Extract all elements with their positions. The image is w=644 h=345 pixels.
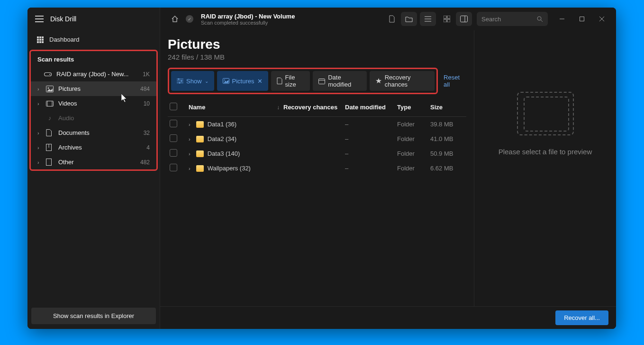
app-title: Disk Drill [50,15,76,23]
column-size[interactable]: Size [428,104,466,111]
sidebar-item-videos[interactable]: › Videos 10 [31,96,156,111]
sidebar-item-dashboard[interactable]: Dashboard [27,30,160,49]
sidebar-item-audio[interactable]: ♪ Audio [31,111,156,125]
grid-view-icon[interactable] [439,12,455,26]
row-size: 50.9 MB [428,150,466,157]
chevron-right-icon[interactable]: › [189,166,190,171]
maximize-button[interactable] [572,12,591,26]
chevron-right-icon[interactable]: › [189,151,190,157]
svg-rect-16 [447,19,450,22]
filter-highlight: Show ⌄ Pictures ✕ [168,68,438,94]
filter-file-size[interactable]: File size [271,71,310,91]
app-window: Disk Drill Dashboard Scan results RAID a… [27,8,616,329]
chevron-down-icon: ⌄ [205,79,209,84]
volume-title: RAID array (Jbod) - New Volume [201,13,380,20]
svg-rect-14 [447,16,450,18]
table-header: Name ↓ Recovery chances Date modified Ty… [168,99,466,117]
home-icon[interactable] [168,12,182,26]
file-view-icon[interactable] [384,12,400,26]
column-type[interactable]: Type [395,104,428,111]
filter-recovery-chances[interactable]: Recovery chances [370,71,435,91]
svg-point-29 [181,80,182,82]
svg-point-1 [49,74,50,75]
sidebar-item-other[interactable]: › Other 482 [31,155,156,169]
preview-text: Please select a file to preview [499,147,592,158]
row-type: Folder [395,121,428,128]
search-placeholder: Search [481,16,534,23]
menu-icon[interactable] [35,16,44,22]
remove-filter-icon[interactable]: ✕ [257,78,263,85]
filter-date-modified[interactable]: Date modified [313,71,367,91]
chevron-right-icon: › [37,101,41,106]
raid-label: RAID array (Jbod) - New... [56,71,138,78]
sidebar-header: Disk Drill [27,8,160,30]
title-block: RAID array (Jbod) - New Volume Scan comp… [197,13,380,26]
other-icon [46,159,54,166]
row-date: – [343,150,395,157]
table-row[interactable]: › Data3 (140) – Folder 50.9 MB [168,146,466,161]
table-row[interactable]: › Data2 (34) – Folder 41.0 MB [168,132,466,146]
svg-point-28 [178,79,180,80]
filter-pictures[interactable]: Pictures ✕ [217,71,268,91]
calendar-icon [318,78,325,84]
svg-rect-13 [444,16,446,18]
sidebar-item-raid[interactable]: RAID array (Jbod) - New... 1K [31,67,156,81]
close-button[interactable] [592,12,611,26]
main-area: ✓ RAID array (Jbod) - New Volume Scan co… [160,8,616,329]
folder-icon [196,150,204,157]
minimize-button[interactable] [553,12,571,26]
svg-rect-17 [461,16,468,22]
list-view-icon[interactable] [420,12,436,26]
row-name-cell: › Wallpapers (32) [187,165,281,172]
row-date: – [343,121,395,128]
row-size: 41.0 MB [428,135,466,142]
row-checkbox[interactable] [170,120,177,127]
page-subtitle: 242 files / 138 MB [168,53,466,61]
video-icon [46,101,54,106]
sidebar-item-pictures[interactable]: › Pictures 484 [31,81,156,96]
chevron-right-icon[interactable]: › [189,122,190,127]
chevron-right-icon: › [37,130,41,136]
search-input[interactable]: Search [477,12,548,26]
reset-all-link[interactable]: Reset all [444,74,466,88]
column-date[interactable]: Date modified [343,104,395,111]
filter-bar: Show ⌄ Pictures ✕ [168,68,466,94]
chevron-right-icon: › [37,145,41,150]
star-icon [375,78,382,84]
chevron-right-icon[interactable]: › [189,136,190,142]
preview-panel: Please select a file to preview [474,30,616,306]
folder-icon [196,121,204,128]
row-checkbox[interactable] [170,134,177,142]
titlebar: ✓ RAID array (Jbod) - New Volume Scan co… [160,8,616,30]
recover-all-button[interactable]: Recover all... [555,310,608,325]
row-checkbox[interactable] [170,149,177,157]
panel-toggle-icon[interactable] [456,12,472,26]
scan-status: Scan completed successfully [201,20,380,26]
svg-point-3 [48,87,49,88]
column-recovery[interactable]: Recovery chances [281,104,343,111]
svg-line-20 [541,20,543,22]
image-icon [223,78,229,84]
disk-icon [44,71,52,77]
archive-icon [46,144,54,151]
music-icon: ♪ [46,115,54,122]
file-listing: Pictures 242 files / 138 MB Show ⌄ [160,30,474,306]
folder-view-icon[interactable] [401,12,417,26]
row-type: Folder [395,165,428,172]
raid-count: 1K [143,71,150,78]
show-in-explorer-button[interactable]: Show scan results in Explorer [31,308,156,324]
sidebar-item-archives[interactable]: › Archives 4 [31,140,156,155]
row-checkbox[interactable] [170,164,177,171]
svg-rect-0 [45,72,52,76]
preview-placeholder-icon [517,92,574,135]
titlebar-right: Search [384,12,611,26]
row-size: 39.8 MB [428,121,466,128]
filter-show[interactable]: Show ⌄ [171,71,214,91]
row-name: Data2 (34) [208,135,236,142]
table-row[interactable]: › Wallpapers (32) – Folder 6.62 MB [168,161,466,176]
table-row[interactable]: › Data1 (36) – Folder 39.8 MB [168,117,466,132]
row-name: Data1 (36) [208,121,236,128]
select-all-checkbox[interactable] [170,103,177,110]
sidebar-item-documents[interactable]: › Documents 32 [31,125,156,140]
column-name[interactable]: Name ↓ [187,104,281,111]
